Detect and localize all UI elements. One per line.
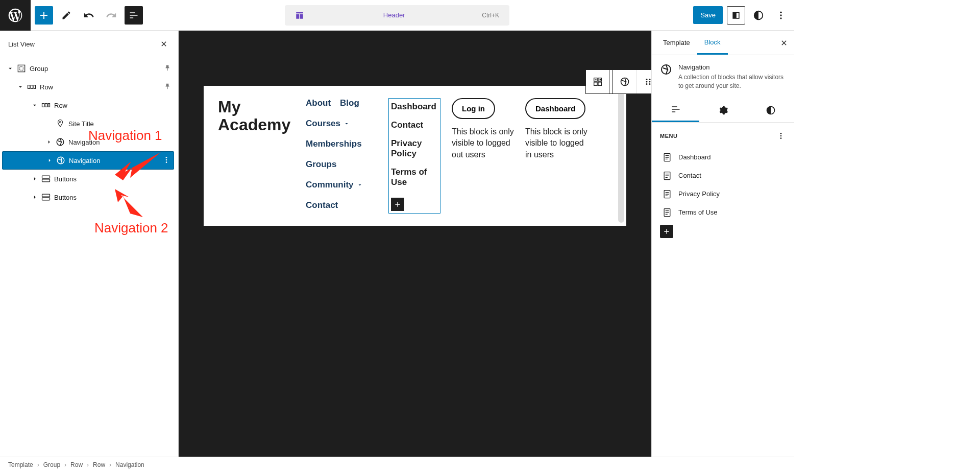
svg-point-24 [646,79,647,80]
svg-point-25 [649,79,650,80]
navigation-menu-2-selected[interactable]: DashboardContactPrivacy PolicyTerms of U… [388,98,440,214]
tree-item-buttons[interactable]: Buttons [2,188,174,206]
tab-template[interactable]: Template [656,32,697,54]
site-title[interactable]: My Academy [218,98,295,134]
breadcrumb-template[interactable]: Template [8,461,33,468]
canvas-header-preview: My Academy AboutBlogCoursesMembershipsGr… [204,86,626,226]
tree-item-buttons[interactable]: Buttons [2,170,174,188]
svg-point-29 [649,83,650,85]
chevron-icon[interactable] [30,194,40,201]
breadcrumb-row[interactable]: Row [70,461,83,468]
svg-rect-10 [48,104,50,107]
tree-item-site-title[interactable]: Site Title [2,114,174,133]
document-label: Header [310,11,478,19]
block-type-button[interactable] [586,70,609,93]
svg-rect-9 [45,104,47,107]
nav-item-contact[interactable]: Contact [306,200,377,210]
menu-heading: Menu [660,133,677,139]
breadcrumb-navigation[interactable]: Navigation [115,461,144,468]
page-icon [662,152,672,162]
menu-item-contact[interactable]: Contact [660,167,786,185]
svg-rect-7 [34,85,35,89]
chevron-icon[interactable] [30,175,40,182]
tree-item-row[interactable]: Row [2,96,174,114]
chevron-icon[interactable] [44,138,54,146]
tab-block[interactable]: Block [697,31,728,55]
add-nav-item-button[interactable] [391,198,404,211]
breadcrumb: Template›Group›Row›Row›Navigation [0,457,794,472]
styles-button[interactable] [749,6,768,25]
svg-point-35 [780,135,782,136]
chevron-icon[interactable] [5,65,15,72]
breadcrumb-group[interactable]: Group [43,461,60,468]
row-icon [40,100,52,110]
group-icon [15,63,28,74]
svg-rect-19 [42,194,50,197]
drag-handle[interactable] [636,70,651,93]
item-options-icon[interactable] [162,156,170,166]
listview-title: List View [8,40,35,48]
document-switcher[interactable]: Header Ctrl+K [285,5,509,26]
listview-toggle-button[interactable] [125,6,143,25]
inspector-tab-styles[interactable] [747,99,794,122]
canvas-scrollbar[interactable] [618,89,624,223]
nav-item-blog[interactable]: Blog [340,98,359,108]
chevron-icon[interactable] [44,157,55,164]
svg-rect-4 [20,67,23,70]
login-button[interactable]: Log in [452,98,495,119]
block-description: A collection of blocks that allow visito… [678,73,786,90]
navigation-menu-1[interactable]: AboutBlogCoursesMembershipsGroupsCommuni… [306,98,377,210]
breadcrumb-row[interactable]: Row [93,461,105,468]
add-block-button[interactable] [35,6,53,25]
nav2-item-dashboard[interactable]: Dashboard [391,102,438,112]
chevron-icon[interactable] [15,83,26,90]
annotation-nav2: Navigation 2 [94,220,168,237]
close-listview-button[interactable] [158,38,170,50]
svg-rect-18 [42,179,50,182]
svg-point-36 [780,137,782,139]
layout-icon [295,11,304,20]
add-menu-item-button[interactable] [660,225,673,238]
menu-item-privacy-policy[interactable]: Privacy Policy [660,185,786,203]
chevron-icon[interactable] [30,102,40,109]
svg-rect-3 [18,65,24,72]
sidebar-toggle-button[interactable] [727,6,745,25]
inspector-tab-list[interactable] [652,99,699,122]
save-button[interactable]: Save [693,6,723,24]
nav-item-courses[interactable]: Courses [306,119,377,129]
nav-item-about[interactable]: About [306,98,331,108]
tree-item-label: Navigation [67,157,162,164]
nav2-item-contact[interactable]: Contact [391,120,438,130]
wordpress-logo[interactable] [0,0,31,31]
nav-icon-button[interactable] [613,70,636,93]
nav-item-groups[interactable]: Groups [306,159,377,170]
nav-item-community[interactable]: Community [306,180,377,190]
tree-item-row[interactable]: Row [2,78,174,96]
menu-item-terms-of-use[interactable]: Terms of Use [660,203,786,222]
tree-item-navigation[interactable]: Navigation [2,133,174,151]
nav2-item-terms-of-use[interactable]: Terms of Use [391,167,438,187]
inspector-tab-settings[interactable] [699,99,747,122]
more-options-button[interactable] [772,6,790,25]
dashboard-button[interactable]: Dashboard [525,98,585,119]
nav-item-memberships[interactable]: Memberships [306,139,377,149]
tree-item-group[interactable]: Group [2,59,174,78]
svg-point-2 [780,17,781,19]
redo-button[interactable] [102,6,120,25]
svg-rect-6 [31,85,33,89]
close-inspector-button[interactable] [778,37,790,49]
page-icon [662,207,672,218]
menu-item-dashboard[interactable]: Dashboard [660,148,786,167]
edit-tool-button[interactable] [57,6,76,25]
menu-options-button[interactable] [776,131,786,141]
tree-item-label: Buttons [52,175,171,183]
nav2-item-privacy-policy[interactable]: Privacy Policy [391,138,438,159]
tree-item-label: Buttons [52,194,171,201]
svg-point-15 [166,159,167,160]
svg-point-1 [780,14,781,16]
tree-item-navigation[interactable]: Navigation [2,151,174,170]
svg-rect-5 [28,85,30,89]
undo-button[interactable] [80,6,98,25]
pin-icon [164,83,171,91]
nav-icon [54,137,66,147]
